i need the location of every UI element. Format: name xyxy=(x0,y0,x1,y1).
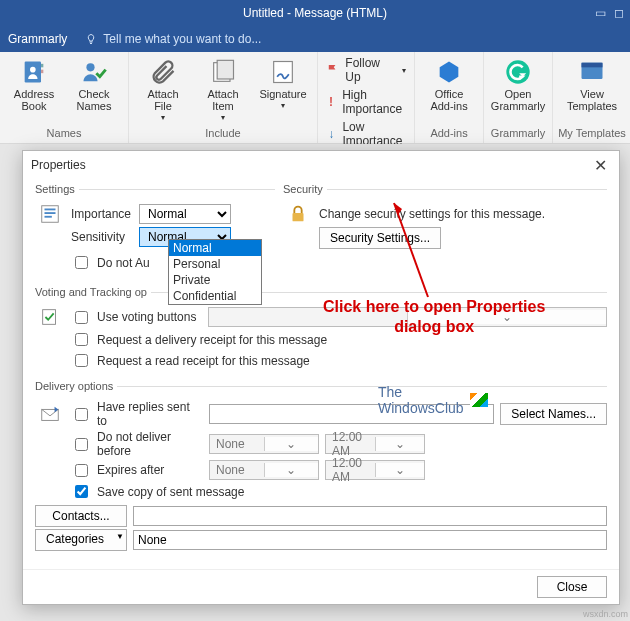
office-addins-button[interactable]: Office Add-ins xyxy=(421,56,477,112)
ribbon-group-include: Attach File▾ Attach Item▾ Signature▾ Inc… xyxy=(129,52,318,143)
security-desc: Change security settings for this messag… xyxy=(319,207,545,221)
window-min-icon[interactable]: ▭ xyxy=(595,6,606,20)
ribbon-group-tags: Follow Up▾ ! High Importance ↓ Low Impor… xyxy=(318,52,415,143)
expires-time-combo[interactable]: 12:00 AM⌄ xyxy=(325,460,425,480)
voting-icon xyxy=(35,306,65,328)
title-bar: Untitled - Message (HTML) ▭ ◻ xyxy=(0,0,630,26)
svg-rect-15 xyxy=(293,213,304,221)
flag-icon xyxy=(326,63,339,77)
dialog-footer: Close xyxy=(23,569,619,604)
svg-rect-10 xyxy=(582,63,603,68)
address-book-button[interactable]: Address Book xyxy=(6,56,62,112)
categories-input[interactable] xyxy=(133,530,607,550)
chevron-down-icon: ⌄ xyxy=(407,310,606,324)
attribution: wsxdn.com xyxy=(583,609,628,619)
ribbon-group-names: Address Book Check Names Names xyxy=(0,52,129,143)
window-title: Untitled - Message (HTML) xyxy=(243,6,387,20)
settings-icon xyxy=(35,203,65,225)
delivery-receipt-checkbox[interactable]: Request a delivery receipt for this mess… xyxy=(71,330,327,349)
delivery-options-group: Delivery options Have replies sent to Se… xyxy=(35,380,607,555)
contacts-button[interactable]: Contacts... xyxy=(35,505,127,527)
ribbon-tab-strip: Grammarly Tell me what you want to do... xyxy=(0,26,630,52)
sensitivity-label: Sensitivity xyxy=(71,230,133,244)
chevron-down-icon: ⌄ xyxy=(375,463,425,477)
sensitivity-option-normal[interactable]: Normal xyxy=(169,240,261,256)
have-replies-input[interactable] xyxy=(209,404,494,424)
sensitivity-option-personal[interactable]: Personal xyxy=(169,256,261,272)
high-importance-button[interactable]: ! High Importance xyxy=(326,88,406,116)
group-label-grammarly: Grammarly xyxy=(484,125,552,143)
sensitivity-dropdown-list[interactable]: Normal Personal Private Confidential xyxy=(168,239,262,305)
group-label-names: Names xyxy=(0,125,128,143)
use-voting-buttons-checkbox[interactable]: Use voting buttons xyxy=(71,308,196,327)
titlebar-right-icons: ▭ ◻ xyxy=(595,6,624,20)
sensitivity-option-confidential[interactable]: Confidential xyxy=(169,288,261,304)
down-arrow-icon: ↓ xyxy=(326,127,336,141)
have-replies-checkbox[interactable]: Have replies sent to xyxy=(71,400,203,428)
delivery-icon xyxy=(35,403,65,425)
attach-item-button[interactable]: Attach Item▾ xyxy=(195,56,251,124)
compose-area: Properties ✕ Settings Importance Normal xyxy=(0,144,630,621)
open-grammarly-button[interactable]: Open Grammarly xyxy=(490,56,546,112)
properties-dialog: Properties ✕ Settings Importance Normal xyxy=(22,150,620,605)
attach-item-icon xyxy=(209,58,237,86)
contacts-input[interactable] xyxy=(133,506,607,526)
tell-me-placeholder: Tell me what you want to do... xyxy=(103,32,261,46)
check-names-button[interactable]: Check Names xyxy=(66,56,122,112)
delivery-legend: Delivery options xyxy=(35,380,117,392)
ribbon-group-mytemplates: View Templates My Templates xyxy=(553,52,630,143)
expires-date-combo[interactable]: None⌄ xyxy=(209,460,319,480)
window-max-icon[interactable]: ◻ xyxy=(614,6,624,20)
svg-rect-7 xyxy=(274,62,293,83)
close-button[interactable]: Close xyxy=(537,576,607,598)
security-group: Security Change security settings for th… xyxy=(283,183,607,276)
view-templates-button[interactable]: View Templates xyxy=(559,56,625,112)
svg-rect-16 xyxy=(43,310,56,325)
do-not-autoarchive-checkbox[interactable]: Do not Au xyxy=(71,253,150,272)
voting-buttons-combo[interactable]: ⌄ xyxy=(208,307,607,327)
attach-file-button[interactable]: Attach File▾ xyxy=(135,56,191,124)
voting-legend: Voting and Tracking op xyxy=(35,286,151,298)
signature-icon xyxy=(269,58,297,86)
voting-tracking-group: Voting and Tracking op Use voting button… xyxy=(35,286,607,374)
save-copy-checkbox[interactable]: Save copy of sent message xyxy=(71,482,244,501)
do-not-deliver-checkbox[interactable]: Do not deliver before xyxy=(71,430,203,458)
follow-up-button[interactable]: Follow Up▾ xyxy=(326,56,406,84)
svg-rect-14 xyxy=(45,216,52,218)
svg-rect-12 xyxy=(45,209,56,211)
svg-rect-2 xyxy=(41,70,43,74)
sensitivity-option-private[interactable]: Private xyxy=(169,272,261,288)
dialog-title: Properties xyxy=(31,158,86,172)
expires-after-checkbox[interactable]: Expires after xyxy=(71,461,203,480)
templates-icon xyxy=(578,58,606,86)
group-label-include: Include xyxy=(129,125,317,143)
tell-me-search[interactable]: Tell me what you want to do... xyxy=(85,32,261,46)
lightbulb-icon xyxy=(85,33,97,45)
select-names-button[interactable]: Select Names... xyxy=(500,403,607,425)
read-receipt-checkbox[interactable]: Request a read receipt for this message xyxy=(71,351,310,370)
chevron-down-icon: ⌄ xyxy=(375,437,425,451)
chevron-down-icon: ⌄ xyxy=(264,463,319,477)
chevron-down-icon: ⌄ xyxy=(264,437,319,451)
grammarly-icon xyxy=(504,58,532,86)
security-settings-button[interactable]: Security Settings... xyxy=(319,227,441,249)
importance-select[interactable]: Normal xyxy=(139,204,231,224)
categories-button[interactable]: Categories▼ xyxy=(35,529,127,551)
exclaim-icon: ! xyxy=(326,95,336,109)
signature-button[interactable]: Signature▾ xyxy=(255,56,311,112)
deliver-time-combo[interactable]: 12:00 AM⌄ xyxy=(325,434,425,454)
svg-rect-13 xyxy=(45,212,56,214)
addins-icon xyxy=(435,58,463,86)
deliver-date-combo[interactable]: None⌄ xyxy=(209,434,319,454)
svg-point-3 xyxy=(30,67,36,73)
group-label-addins: Add-ins xyxy=(415,125,483,143)
dialog-titlebar: Properties ✕ xyxy=(23,151,619,179)
importance-label: Importance xyxy=(71,207,133,221)
svg-rect-6 xyxy=(217,60,233,79)
svg-point-4 xyxy=(86,63,94,71)
tab-grammarly[interactable]: Grammarly xyxy=(8,32,67,46)
dialog-close-x[interactable]: ✕ xyxy=(589,156,611,175)
check-names-icon xyxy=(80,58,108,86)
ribbon-group-addins: Office Add-ins Add-ins xyxy=(415,52,484,143)
svg-rect-1 xyxy=(41,64,43,68)
